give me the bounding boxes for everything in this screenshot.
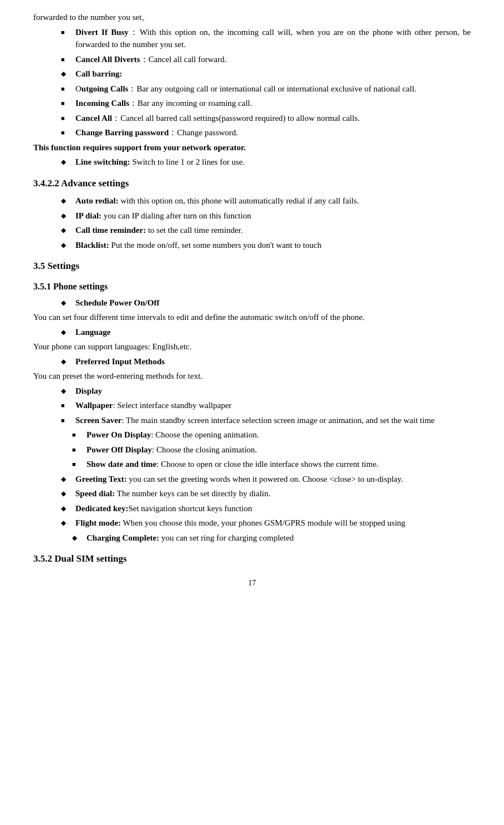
charging-complete-text: Charging Complete: you can set ring for …: [86, 532, 471, 544]
preferred-input-label: Preferred Input Methods: [75, 355, 471, 368]
diamond-bullet-icon12: [55, 487, 75, 499]
greeting-text-detail: you can set the greeting words when it p…: [127, 475, 403, 483]
schedule-power-label-text: Schedule Power On/Off: [75, 297, 471, 309]
diamond-bullet-icon7: [55, 297, 75, 308]
preferred-input-text: You can preset the word-entering methods…: [33, 370, 471, 383]
screen-saver-label: Screen Saver: [75, 416, 121, 425]
speed-dial-label: Speed dial:: [75, 489, 115, 498]
ip-dial-text: IP dial: you can IP dialing after turn o…: [75, 210, 471, 222]
divert-if-busy-item: Divert If Busy：With this option on, the …: [55, 26, 471, 51]
settings-heading: 3.5 Settings: [33, 259, 471, 273]
square-bullet-icon: [55, 26, 75, 38]
schedule-power-item: Schedule Power On/Off: [55, 297, 471, 309]
schedule-power-text: You can set four different time interval…: [33, 311, 471, 324]
line-switching-item: Line switching: Switch to line 1 or 2 li…: [55, 156, 471, 169]
change-barring-item: Change Barring password：Change password.: [55, 126, 471, 139]
wallpaper-detail: : Select interface standby wallpaper: [113, 401, 232, 410]
greeting-text-text: Greeting Text: you can set the greeting …: [75, 473, 471, 486]
show-date-label: Show date and time: [86, 460, 156, 468]
blacklist-detail: Put the mode on/off, set some numbers yo…: [109, 241, 322, 249]
cancel-all-diverts-label: Cancel All Diverts: [75, 55, 140, 64]
power-on-display-item: Power On Display: Choose the opening ani…: [67, 429, 471, 441]
diamond-bullet-icon3: [55, 195, 75, 206]
show-date-item: Show date and time: Choose to open or cl…: [67, 458, 471, 471]
dedicated-key-text: Dedicated key:Set navigation shortcut ke…: [75, 502, 471, 515]
show-date-detail: : Choose to open or close the idle inter…: [156, 460, 378, 468]
diamond-bullet-icon4: [55, 210, 75, 221]
diamond-bullet-icon5: [55, 224, 75, 236]
cancel-all-diverts-detail: ：Cancel all call forward.: [140, 55, 227, 64]
flight-mode-text: Flight mode: When you choose this mode, …: [75, 517, 471, 529]
line-switching-detail: Switch to line 1 or 2 lines for use.: [130, 157, 245, 166]
phone-settings-heading: 3.5.1 Phone settings: [33, 280, 471, 293]
ip-dial-item: IP dial: you can IP dialing after turn o…: [55, 210, 471, 222]
diamond-bullet-icon2: [55, 156, 75, 167]
charging-complete-label: Charging Complete:: [86, 533, 159, 542]
flight-mode-detail: When you choose this mode, your phones G…: [121, 518, 405, 527]
language-item: Language: [55, 326, 471, 339]
cancel-all-label: Cancel All: [75, 114, 112, 123]
divert-if-busy-label: Divert If Busy: [75, 28, 129, 37]
auto-redial-text: Auto redial: with this option on, this p…: [75, 195, 471, 207]
wallpaper-label: Wallpaper: [75, 401, 113, 410]
incoming-calls-item: Incoming Calls：Bar any incoming or roami…: [55, 97, 471, 110]
diamond-bullet-icon9: [55, 355, 75, 367]
square-bullet-icon5: [55, 112, 75, 124]
charging-complete-item: Charging Complete: you can set ring for …: [67, 532, 471, 544]
preferred-input-item: Preferred Input Methods: [55, 355, 471, 368]
language-text: Your phone can support languages: Englis…: [33, 340, 471, 353]
call-time-text: Call time reminder: to set the call time…: [75, 224, 471, 237]
page-content: forwarded to the number you set。 Divert …: [33, 11, 471, 589]
square-bullet-icon11: [67, 458, 86, 470]
cancel-all-item: Cancel All：Cancel all barred call settin…: [55, 112, 471, 125]
show-date-text: Show date and time: Choose to open or cl…: [86, 458, 471, 471]
diamond-bullet-icon10: [55, 385, 75, 396]
advance-settings-heading: 3.4.2.2 Advance settings: [33, 176, 471, 191]
call-barring-item: Call barring:: [55, 68, 471, 80]
square-bullet-icon6: [55, 126, 75, 138]
dedicated-key-item: Dedicated key:Set navigation shortcut ke…: [55, 502, 471, 515]
incoming-calls-detail: ：Bar any incoming or roaming call.: [129, 99, 252, 108]
screen-saver-detail: : The main standby screen interface sele…: [121, 416, 435, 425]
blacklist-label: Blacklist:: [75, 241, 109, 249]
divert-if-busy-detail: ：With this option on, the incoming call …: [75, 28, 471, 49]
call-time-detail: to set the call time reminder.: [146, 226, 243, 235]
dual-sim-heading: 3.5.2 Dual SIM settings: [33, 552, 471, 566]
outgoing-calls-label: utgoing Calls: [82, 84, 129, 93]
flight-mode-item: Flight mode: When you choose this mode, …: [55, 517, 471, 529]
square-bullet-icon10: [67, 444, 86, 455]
outgoing-calls-detail: ：Bar any outgoing call or international …: [128, 84, 416, 93]
language-label: Language: [75, 326, 471, 339]
power-on-display-text: Power On Display: Choose the opening ani…: [86, 429, 471, 441]
square-bullet-icon3: [55, 83, 75, 94]
power-off-display-detail: : Choose the closing animation.: [152, 445, 257, 454]
cancel-all-diverts-item: Cancel All Diverts：Cancel all call forwa…: [55, 53, 471, 66]
divert-if-busy-text: Divert If Busy：With this option on, the …: [75, 26, 471, 51]
ip-dial-label: IP dial:: [75, 211, 101, 220]
intro-line: forwarded to the number you set。: [33, 11, 471, 24]
speed-dial-text: Speed dial: The number keys can be set d…: [75, 487, 471, 500]
line-switching-label: Line switching:: [75, 157, 130, 166]
incoming-calls-label: Incoming Calls: [75, 99, 129, 108]
dedicated-key-label: Dedicated key:: [75, 504, 128, 513]
diamond-bullet-icon15: [67, 532, 86, 543]
greeting-text-label: Greeting Text:: [75, 475, 127, 483]
change-barring-label: Change Barring password: [75, 128, 169, 137]
auto-redial-label: Auto redial:: [75, 196, 119, 205]
greeting-text-item: Greeting Text: you can set the greeting …: [55, 473, 471, 486]
call-time-label: Call time reminder:: [75, 226, 146, 235]
diamond-bullet-icon6: [55, 239, 75, 251]
wallpaper-text: Wallpaper: Select interface standby wall…: [75, 399, 471, 412]
diamond-bullet-icon11: [55, 473, 75, 485]
schedule-power-label: Schedule Power On/Off: [75, 298, 159, 307]
diamond-bullet-icon14: [55, 517, 75, 528]
diamond-bullet-icon13: [55, 502, 75, 514]
power-on-display-detail: : Choose the opening animation.: [151, 430, 259, 439]
square-bullet-icon9: [67, 429, 86, 440]
line-switching-text: Line switching: Switch to line 1 or 2 li…: [75, 156, 471, 169]
power-off-display-item: Power Off Display: Choose the closing an…: [67, 444, 471, 456]
page-number: 17: [33, 577, 471, 589]
network-operator-text: This function requires support from your…: [33, 141, 471, 154]
power-off-display-label: Power Off Display: [86, 445, 152, 454]
incoming-calls-text: Incoming Calls：Bar any incoming or roami…: [75, 97, 471, 110]
